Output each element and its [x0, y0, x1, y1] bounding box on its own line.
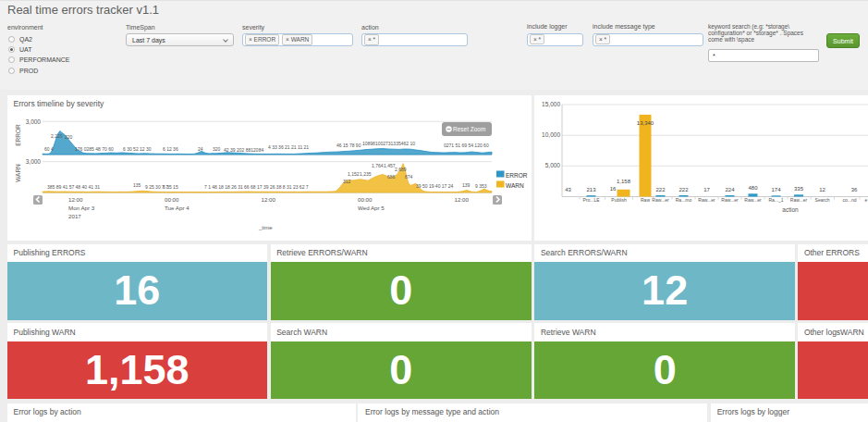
svg-text:Ra...mo: Ra...mo — [676, 197, 692, 203]
svg-text:e: e — [865, 197, 868, 203]
svg-text:WARN: WARN — [506, 182, 524, 189]
svg-text:16: 16 — [610, 186, 617, 192]
svg-text:12:00: 12:00 — [262, 196, 276, 203]
svg-text:135: 135 — [133, 182, 141, 188]
svg-text:2,689: 2,689 — [395, 167, 407, 172]
svg-text:139: 139 — [462, 182, 471, 188]
svg-text:0271 51 69 54 120 60: 0271 51 69 54 120 60 — [444, 143, 489, 148]
svg-text:60 4: 60 4 — [44, 146, 54, 152]
svg-text:312: 312 — [343, 179, 351, 184]
svg-text:222: 222 — [655, 187, 666, 192]
svg-text:Raw...er: Raw...er — [744, 197, 762, 203]
svg-text:co...nd: co...nd — [842, 197, 856, 203]
svg-text:Ra..._1: Ra..._1 — [768, 197, 783, 203]
svg-text:WARN: WARN — [15, 164, 21, 182]
svg-text:ERROR: ERROR — [15, 124, 21, 146]
svg-text:5,000: 5,000 — [545, 162, 561, 168]
svg-text:13,340: 13,340 — [637, 120, 654, 126]
svg-text:ERROR: ERROR — [506, 172, 528, 179]
svg-text:36: 36 — [851, 187, 858, 192]
svg-text:39 50 19 40 17 24: 39 50 19 40 17 24 — [416, 183, 454, 189]
svg-text:335: 335 — [794, 186, 804, 192]
svg-text:1,457: 1,457 — [384, 163, 396, 168]
svg-text:480: 480 — [748, 185, 758, 191]
svg-text:15,000: 15,000 — [542, 101, 560, 107]
svg-text:Search: Search — [815, 197, 830, 203]
svg-text:Raw...er: Raw...er — [721, 197, 739, 203]
svg-text:10,000: 10,000 — [542, 131, 560, 138]
svg-text:220: 220 — [65, 134, 73, 140]
svg-text:46 15 78 90: 46 15 78 90 — [336, 143, 361, 148]
svg-text:Wed Apr 5: Wed Apr 5 — [358, 205, 385, 211]
svg-text:6 30 52 12 30: 6 30 52 12 30 — [123, 146, 152, 152]
svg-text:Pro...LE: Pro...LE — [582, 197, 600, 203]
svg-text:6 12 36: 6 12 36 — [163, 146, 178, 152]
svg-text:Raw...er: Raw...er — [790, 197, 808, 203]
svg-text:6 35 15: 6 35 15 — [163, 184, 178, 190]
svg-text:1,764: 1,764 — [372, 163, 384, 168]
svg-text:1,152: 1,152 — [348, 171, 360, 177]
svg-text:222: 222 — [679, 187, 689, 192]
svg-text:12:00: 12:00 — [455, 196, 470, 203]
svg-text:4 33 36 21 21 11 21: 4 33 36 21 21 11 21 — [268, 144, 309, 150]
svg-text:00:00: 00:00 — [358, 196, 373, 203]
svg-text:3,000: 3,000 — [26, 158, 42, 165]
svg-text:Reset Zoom: Reset Zoom — [453, 126, 485, 132]
svg-text:174: 174 — [771, 187, 781, 192]
svg-text:176 0285 48 70 60: 176 0285 48 70 60 — [75, 146, 114, 152]
svg-text:42 39: 42 39 — [224, 147, 236, 153]
svg-text:2,220: 2,220 — [51, 133, 63, 139]
svg-text:108981002731335462 10: 108981002731335462 10 — [362, 141, 415, 146]
svg-text:874: 874 — [405, 174, 413, 180]
svg-text:202 8812084: 202 8812084 — [237, 147, 263, 153]
svg-text:00:00: 00:00 — [165, 196, 179, 203]
svg-text:43: 43 — [565, 187, 571, 192]
svg-text:action: action — [782, 206, 799, 213]
svg-text:Publish: Publish — [611, 197, 627, 203]
svg-text:224: 224 — [725, 187, 735, 192]
svg-text:Raw...er: Raw...er — [698, 197, 715, 203]
svg-text:24: 24 — [198, 146, 203, 152]
svg-text:Mon Apr 3: Mon Apr 3 — [68, 205, 95, 211]
svg-text:1,158: 1,158 — [617, 179, 631, 184]
svg-text:1,235: 1,235 — [360, 171, 372, 177]
svg-text:Raw...er: Raw...er — [652, 197, 669, 203]
svg-text:17: 17 — [703, 187, 710, 192]
svg-text:7 1 48 18 18 26 31 66 68 17 3: 7 1 48 18 18 26 31 66 68 17 39 26 38 8 3… — [204, 184, 309, 190]
svg-text:Tue Apr 4: Tue Apr 4 — [165, 205, 189, 211]
svg-text:9 353: 9 353 — [475, 183, 487, 189]
svg-text:12: 12 — [819, 187, 825, 192]
svg-text:3,000: 3,000 — [26, 118, 42, 125]
svg-text:686: 686 — [387, 174, 396, 180]
svg-text:12:00: 12:00 — [68, 196, 83, 203]
svg-text:_time: _time — [258, 225, 273, 230]
svg-text:385 89 41 57 48 40 41 31: 385 89 41 57 48 40 41 31 — [47, 184, 100, 190]
svg-text:320: 320 — [213, 146, 221, 152]
svg-text:2017: 2017 — [68, 213, 81, 219]
svg-text:Raw: Raw — [641, 197, 650, 203]
svg-text:213: 213 — [586, 187, 596, 192]
